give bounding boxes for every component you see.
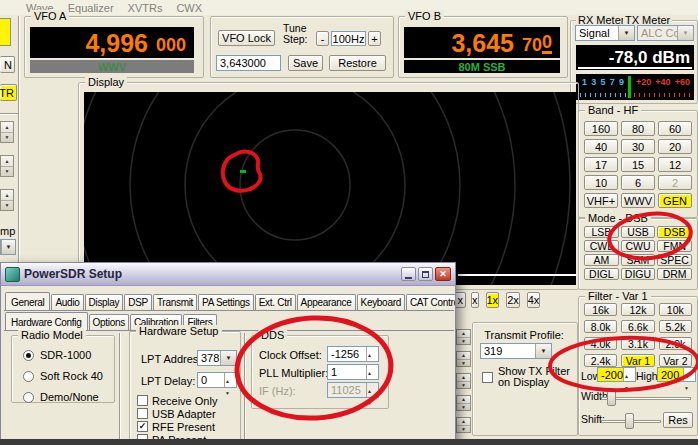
mode-button-usb[interactable]: USB — [621, 226, 656, 238]
clock-offset-input[interactable]: -1256 — [327, 346, 379, 362]
transmit-profile-select[interactable]: 319 — [480, 343, 552, 359]
filter-high-input[interactable]: 200 — [657, 367, 696, 382]
tab-pa-settings[interactable]: PA Settings — [198, 294, 254, 310]
spinner-up-icon[interactable] — [1, 122, 13, 132]
radio-option-sdr-1000[interactable]: SDR-1000 — [23, 349, 103, 361]
spinner-up-icon[interactable] — [1, 190, 13, 200]
spinner-down-icon[interactable] — [1, 132, 13, 143]
checkbox-icon[interactable]: ✓ — [137, 421, 148, 432]
spinner-down-icon[interactable] — [1, 200, 13, 211]
filter-low-input[interactable]: -200 — [597, 367, 636, 382]
band-button-wwv[interactable]: WWV — [621, 193, 655, 208]
left-spinner-3[interactable] — [0, 189, 14, 211]
filter-high-value[interactable]: 200 — [658, 368, 683, 381]
menu-item-equalizer[interactable]: Equalizer — [68, 2, 114, 14]
spinner-down-icon[interactable] — [457, 425, 470, 433]
shift-slider-thumb[interactable] — [625, 413, 634, 429]
filter-button-2-4k[interactable]: 2.4k — [584, 354, 617, 367]
radio-icon[interactable] — [23, 350, 34, 361]
minimize-button[interactable] — [401, 267, 416, 281]
spinner-up-icon[interactable] — [684, 368, 695, 380]
spinner-down-icon[interactable] — [1, 166, 13, 177]
hardware-option-usb-adapter[interactable]: USB Adapter — [137, 408, 217, 419]
spinner-down-icon[interactable] — [684, 380, 695, 392]
shift-reset-button[interactable]: Res — [663, 412, 693, 428]
spinner-down-icon[interactable] — [457, 337, 470, 345]
zoom-button-1x[interactable]: 1x — [486, 292, 500, 308]
mode-button-digl[interactable]: DIGL — [584, 268, 619, 280]
filter-button-6-6k[interactable]: 6.6k — [621, 320, 654, 333]
filter-button-3-1k[interactable]: 3.1k — [621, 337, 654, 350]
spinner-up-icon[interactable] — [367, 347, 378, 359]
menu-item-xvtrs[interactable]: XVTRs — [128, 2, 163, 14]
band-button-2[interactable]: 2 — [658, 175, 692, 190]
mode-button-drm[interactable]: DRM — [657, 268, 692, 280]
checkbox-show-tx-filter[interactable] — [482, 372, 493, 383]
memory-frequency-input[interactable]: 3,643000 — [216, 55, 281, 71]
tr-button-fragment[interactable]: TR — [0, 84, 17, 101]
filter-button-4-0k[interactable]: 4.0k — [584, 337, 617, 350]
vfo-a-frequency-display[interactable]: 4,996 000 — [30, 27, 194, 58]
subtab-options[interactable]: Options — [89, 314, 129, 330]
band-button-30[interactable]: 30 — [621, 139, 655, 154]
band-button-10[interactable]: 10 — [584, 175, 618, 190]
tab-dsp[interactable]: DSP — [124, 294, 152, 310]
clock-offset-value[interactable]: -1256 — [328, 347, 366, 361]
tab-audio[interactable]: Audio — [51, 294, 83, 310]
chevron-down-icon[interactable] — [1, 240, 15, 254]
filter-low-value[interactable]: -200 — [598, 368, 623, 381]
filter-button-5-2k[interactable]: 5.2k — [659, 320, 692, 333]
menu-item-cwx[interactable]: CWX — [176, 2, 202, 14]
band-button-12[interactable]: 12 — [658, 157, 692, 172]
left-spinner-2[interactable] — [0, 155, 14, 177]
spinner-down-icon[interactable] — [624, 380, 635, 392]
width-slider-thumb[interactable] — [607, 390, 616, 406]
mode-button-fmn[interactable]: FMN — [657, 240, 692, 252]
dsp-spinner-1[interactable] — [456, 329, 471, 345]
band-button-20[interactable]: 20 — [658, 139, 692, 154]
filter-button-var-2[interactable]: Var 2 — [659, 354, 692, 367]
lpt-delay-value[interactable]: 0 — [198, 373, 224, 387]
dsp-spinner-4[interactable] — [456, 395, 471, 411]
band-button-vhf[interactable]: VHF+ — [584, 193, 618, 208]
rx-meter-mode-select[interactable]: Signal — [575, 25, 635, 41]
band-button-40[interactable]: 40 — [584, 139, 618, 154]
radio-option-demo-none[interactable]: Demo/None — [23, 391, 103, 403]
hardware-option-receive-only[interactable]: Receive Only — [137, 395, 217, 406]
spectrum-display[interactable] — [84, 92, 576, 285]
spinner-up-icon[interactable] — [624, 368, 635, 380]
radio-icon[interactable] — [23, 392, 34, 403]
zoom-button-4x[interactable]: 4x — [527, 292, 541, 308]
band-button-gen[interactable]: GEN — [658, 193, 692, 208]
tab-appearance[interactable]: Appearance — [297, 294, 356, 310]
filter-button-var-1[interactable]: Var 1 — [621, 354, 654, 367]
dialog-titlebar[interactable]: PowerSDR Setup ✕ — [1, 263, 455, 286]
left-strip-button-fragment[interactable] — [0, 18, 11, 46]
lpt-address-select[interactable]: 378 — [197, 350, 237, 366]
tab-ext-ctrl[interactable]: Ext. Ctrl — [255, 294, 296, 310]
mode-button-am[interactable]: AM — [584, 254, 619, 266]
subtab-hardware-config[interactable]: Hardware Config — [5, 312, 88, 330]
chevron-down-icon[interactable] — [535, 344, 551, 358]
close-button[interactable]: ✕ — [435, 267, 451, 281]
mode-button-spec[interactable]: SPEC — [657, 254, 692, 266]
mode-button-cwu[interactable]: CWU — [621, 240, 656, 252]
left-spinner-1[interactable] — [0, 121, 14, 143]
save-button[interactable]: Save — [288, 55, 323, 71]
spinner-down-icon[interactable] — [225, 385, 236, 397]
dsp-spinner-2[interactable] — [456, 351, 471, 367]
radio-option-soft-rock-40[interactable]: Soft Rock 40 — [23, 370, 103, 382]
comp-combo-fragment[interactable] — [0, 239, 16, 255]
spinner-down-icon[interactable] — [457, 381, 470, 389]
band-button-80[interactable]: 80 — [621, 121, 655, 136]
spinner-down-icon[interactable] — [457, 403, 470, 411]
tab-general[interactable]: General — [5, 292, 50, 310]
pll-multiplier-value[interactable]: 1 — [328, 365, 366, 379]
zoom-button-x[interactable]: x — [471, 292, 479, 308]
mode-button-digu[interactable]: DIGU — [621, 268, 656, 280]
mode-button-lsb[interactable]: LSB — [584, 226, 619, 238]
mon-button-fragment[interactable]: N — [0, 56, 15, 73]
hardware-option-rfe-present[interactable]: ✓RFE Present — [137, 421, 217, 432]
filter-button-2-9k[interactable]: 2.9k — [659, 337, 692, 350]
tab-cat-control[interactable]: CAT Control — [406, 294, 456, 310]
